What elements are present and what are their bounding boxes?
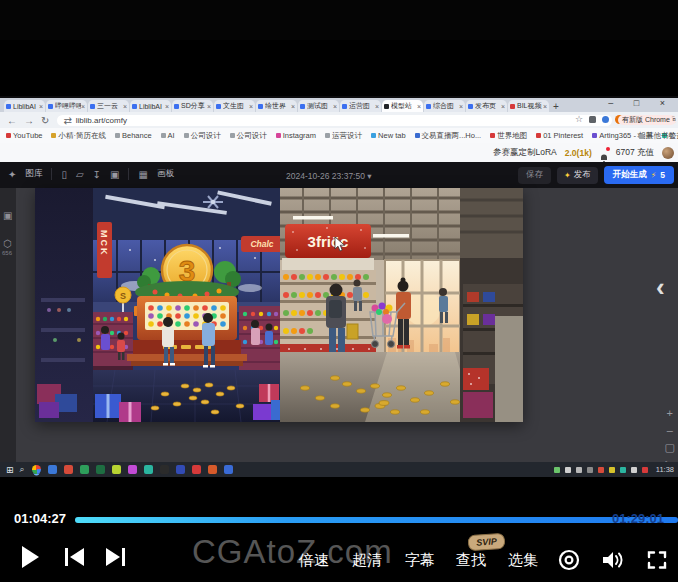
bookmark-item[interactable]: 公司设计 [230, 131, 267, 141]
bookmark-item[interactable]: 小精·简历在线 [51, 131, 106, 141]
browser-tab[interactable]: 文生图× [214, 100, 255, 112]
taskbar-search-icon[interactable]: ⌕ [20, 464, 25, 475]
browser-tab[interactable]: SD分享× [172, 100, 213, 112]
zoom-out-icon[interactable]: – [667, 425, 673, 435]
quality-button[interactable]: 超清 [352, 551, 382, 570]
import-icon[interactable]: ↧ [93, 169, 101, 180]
fullscreen-icon[interactable] [645, 548, 669, 572]
bookmark-item[interactable]: Instagram [276, 131, 316, 140]
taskbar-app-icon[interactable] [64, 465, 73, 474]
episode-panel-toggle[interactable]: ‹ [656, 272, 665, 303]
taskbar-app-chrome-icon[interactable] [32, 465, 41, 474]
credits-recharge-link[interactable]: 6707 充值 [616, 147, 654, 159]
taskbar-app-icon[interactable] [48, 465, 57, 474]
taskbar-app-icon[interactable] [224, 465, 233, 474]
bookmark-item[interactable]: New tab [371, 131, 406, 140]
notification-bell-icon[interactable] [600, 149, 608, 158]
bookmark-star-icon[interactable]: ☆ [575, 114, 583, 124]
find-button[interactable]: 查找 [456, 551, 486, 570]
tray-icon[interactable] [609, 467, 615, 473]
browser-tab[interactable]: 测试图× [298, 100, 339, 112]
bookmark-item[interactable]: 世界地图 [490, 131, 527, 141]
play-button[interactable] [22, 546, 40, 568]
extension-icon[interactable] [589, 116, 596, 123]
publish-button[interactable]: ✦发布 [557, 167, 598, 184]
comfy-canvas[interactable]: ▣ ⬡ 656 [0, 188, 678, 462]
bookmark-item[interactable]: 01 Pinterest [536, 131, 583, 140]
browser-tab[interactable]: 绘世界× [256, 100, 297, 112]
layers-panel-icon[interactable]: ▣ [3, 210, 12, 221]
forward-icon[interactable]: → [24, 115, 34, 126]
tray-icon[interactable] [587, 467, 593, 473]
save-button[interactable]: 保存 [518, 167, 551, 184]
tab-close-icon[interactable]: × [123, 103, 127, 110]
tray-icon[interactable] [565, 467, 571, 473]
taskbar-app-icon[interactable] [96, 465, 105, 474]
tab-close-icon[interactable]: × [375, 103, 379, 110]
browser-tab[interactable]: BIL视频× [508, 100, 549, 112]
taskbar-app-icon[interactable] [160, 465, 169, 474]
taskbar-app-icon[interactable] [112, 465, 121, 474]
bookmark-item[interactable]: AI [161, 131, 175, 140]
tab-close-icon[interactable]: × [249, 103, 253, 110]
tab-close-icon[interactable]: × [81, 103, 85, 110]
zoom-in-icon[interactable]: + [667, 408, 673, 418]
board-icon[interactable]: ▦ [138, 169, 147, 180]
tray-icon[interactable] [631, 467, 637, 473]
back-icon[interactable]: ← [7, 115, 17, 126]
window-controls[interactable]: – □ × [608, 98, 674, 108]
extension-icon[interactable] [602, 116, 609, 123]
tray-icon[interactable] [554, 467, 560, 473]
popup-player-icon[interactable] [557, 548, 581, 572]
open-file-icon[interactable]: ▱ [76, 169, 84, 180]
volume-icon[interactable] [600, 548, 626, 572]
new-tab-button[interactable]: + [553, 101, 559, 112]
taskbar-app-icon[interactable] [144, 465, 153, 474]
progress-bar[interactable] [75, 517, 678, 523]
fit-view-icon[interactable]: ▢ [665, 442, 675, 452]
tray-icon[interactable] [620, 467, 626, 473]
previous-episode-button[interactable] [63, 547, 87, 567]
browser-tab-active[interactable]: 模型站× [382, 100, 423, 112]
browser-tab[interactable]: 哔哩哔哩× [46, 100, 87, 112]
tray-icon[interactable] [642, 467, 648, 473]
tab-close-icon[interactable]: × [543, 103, 547, 110]
tab-close-icon[interactable]: × [333, 103, 337, 110]
url-field[interactable]: ⇄ liblib.art/comfy [57, 115, 612, 126]
video-frame[interactable]: LiblibAI× 哔哩哔哩× 三一云× LiblibAI× SD分享× 文生图… [0, 96, 678, 477]
bookmark-item[interactable]: YouTube [6, 131, 42, 140]
browser-tab[interactable]: 运营图× [340, 100, 381, 112]
tab-close-icon[interactable]: × [291, 103, 295, 110]
nodes-panel-icon[interactable]: ⬡ [3, 238, 12, 249]
browser-tab[interactable]: 综合图× [424, 100, 465, 112]
workflow-version-dropdown[interactable]: 2024-10-26 23:37:50 ▾ [286, 171, 372, 181]
bookmark-item[interactable]: 公司设计 [184, 131, 221, 141]
tray-icon[interactable] [576, 467, 582, 473]
bookmark-item[interactable]: Behance [115, 131, 152, 140]
bookmark-item[interactable]: 交易直播两...Ho... [415, 131, 482, 141]
next-episode-button[interactable] [103, 547, 127, 567]
episodes-button[interactable]: 选集 [508, 551, 538, 570]
browser-tab[interactable]: 发布页× [466, 100, 507, 112]
taskbar-app-icon[interactable] [192, 465, 201, 474]
board-button[interactable]: 画板 [157, 168, 174, 180]
taskbar-app-icon[interactable] [128, 465, 137, 474]
speed-button[interactable]: 倍速 [299, 551, 329, 570]
reload-icon[interactable]: ↻ [41, 115, 49, 126]
tab-close-icon[interactable]: × [39, 103, 43, 110]
gallery-button[interactable]: 图库 [25, 168, 42, 180]
start-button-icon[interactable]: ⊞ [6, 465, 14, 475]
points-badge[interactable]: 2.0(1k) [565, 148, 592, 158]
tab-close-icon[interactable]: × [207, 103, 211, 110]
taskbar-app-icon[interactable] [80, 465, 89, 474]
generated-image[interactable]: MCK S Chalc [35, 188, 523, 422]
save-file-icon[interactable]: ▣ [110, 169, 119, 180]
user-avatar[interactable] [662, 147, 674, 159]
taskbar-clock[interactable]: 11:38 [656, 465, 674, 474]
bookmark-item[interactable]: 运营设计 [325, 131, 362, 141]
tab-close-icon[interactable]: × [417, 103, 421, 110]
taskbar-app-icon[interactable] [208, 465, 217, 474]
browser-tab[interactable]: 三一云× [88, 100, 129, 112]
subtitles-button[interactable]: 字幕 [405, 551, 435, 570]
other-bookmarks-button[interactable]: 其他书签 [639, 131, 676, 141]
